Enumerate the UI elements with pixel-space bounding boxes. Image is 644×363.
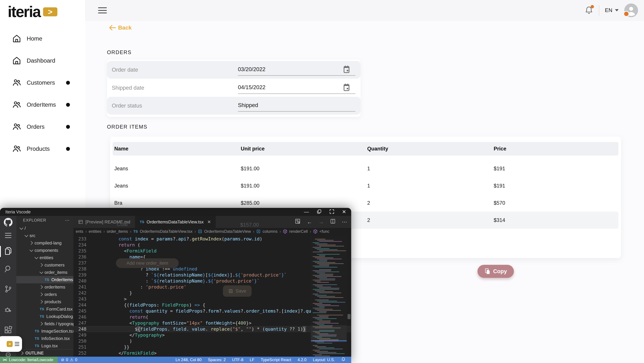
tree-item-compiled-lang[interactable]: compiled-lang: [16, 239, 74, 247]
source-control-icon[interactable]: [4, 285, 12, 294]
sidebar-item-orders[interactable]: Orders: [0, 116, 85, 138]
close-icon[interactable]: ✕: [342, 209, 346, 214]
github-icon[interactable]: [4, 218, 12, 227]
tree-item-infosection-tsx[interactable]: TSInfoSection.tsx: [16, 335, 74, 342]
calendar-icon[interactable]: [343, 65, 350, 74]
hamburger-menu-button[interactable]: [98, 7, 107, 13]
table-cell: Bra: [112, 200, 239, 206]
status-item[interactable]: UTF-8: [232, 357, 244, 362]
status-item[interactable]: Layout: U.S.: [313, 357, 335, 362]
code-line-248: 248${fieldProps. field. value. replace("…: [74, 326, 351, 332]
status-bell-icon[interactable]: [341, 357, 346, 363]
restore-button[interactable]: [317, 209, 322, 215]
tree-item-formcard-tsx[interactable]: TSFormCard.tsx: [16, 305, 74, 313]
calendar-icon[interactable]: [343, 83, 350, 92]
lowcode-extension-button[interactable]: >: [0, 336, 22, 352]
status-item[interactable]: Spaces: 2: [208, 357, 226, 362]
code-line-240: 240: `${relationshipName}.${'product.pri…: [74, 278, 351, 284]
sidebar-item-label: Dashboard: [27, 57, 55, 64]
tree-item-customers[interactable]: customers: [16, 261, 74, 269]
search-icon[interactable]: [4, 265, 12, 274]
status-bar: >< Lowcode: Iteria/Lowcode ⊘ 0 ⚠ 0 Ln 24…: [0, 357, 351, 363]
breadcrumb-item[interactable]: OrderItemsDataTableView: [204, 229, 251, 234]
table-row[interactable]: Jeans$191.001$191: [112, 160, 618, 177]
breadcrumb-item[interactable]: ents: [76, 229, 83, 234]
go-forward-icon[interactable]: →: [318, 219, 324, 225]
avatar[interactable]: [624, 4, 638, 17]
warnings-count: 0: [75, 357, 77, 362]
sidebar-item-products[interactable]: Products: [0, 138, 85, 160]
tree-item-label: orders: [44, 292, 57, 297]
tree-item-fields-typography[interactable]: fields / typography: [16, 320, 74, 327]
vscode-window-title: Iteria Vscode: [5, 209, 31, 215]
problems-indicator[interactable]: ⊘ 0 ⚠ 0: [61, 357, 77, 362]
remote-indicator[interactable]: >< Lowcode: Iteria/Lowcode: [0, 357, 58, 363]
extensions-icon[interactable]: [4, 326, 12, 335]
sidebar-item-dashboard[interactable]: Dashboard: [0, 50, 85, 72]
errors-icon: ⊘: [61, 357, 64, 362]
open-preview-icon[interactable]: [295, 218, 300, 225]
vscode-titlebar[interactable]: Iteria Vscode — ✕: [0, 208, 351, 216]
status-item[interactable]: 4.2.0: [298, 357, 306, 362]
line-number: 241: [74, 284, 92, 290]
back-button[interactable]: Back: [109, 24, 132, 31]
split-editor-icon[interactable]: [330, 219, 336, 225]
line-number: 237: [74, 260, 92, 266]
tree-item-imagesection-tsx[interactable]: TSImageSection.tsx: [16, 327, 74, 335]
explorer-icon[interactable]: [4, 246, 12, 256]
breadcrumb-item[interactable]: OrderItemsDataTableView.tsx: [140, 229, 192, 234]
field-input[interactable]: 03/20/2022: [238, 63, 355, 76]
minimize-button[interactable]: —: [304, 209, 309, 214]
code-lines: 233const index = params?.api?.getRowInde…: [74, 236, 351, 356]
tree-item-logo-tsx[interactable]: TSLogo.tsx: [16, 342, 74, 349]
chevron-down-icon: [34, 255, 38, 259]
table-cell: $191: [492, 166, 618, 172]
code-editor[interactable]: 233const index = params?.api?.getRowInde…: [74, 235, 351, 357]
more-actions-icon[interactable]: ⋯: [342, 219, 347, 225]
tree-item-components[interactable]: components: [16, 247, 74, 254]
breadcrumb-item[interactable]: entities: [89, 229, 102, 234]
tree-item-src[interactable]: src: [16, 232, 74, 239]
column-header: Price: [492, 146, 618, 152]
tree-item-order-items[interactable]: order_items: [16, 269, 74, 276]
copy-button[interactable]: Copy: [478, 265, 514, 278]
editor-tab[interactable]: TSOrderItemsDataTableView.tsx✕: [135, 216, 216, 228]
close-tab-icon[interactable]: ✕: [208, 219, 211, 225]
outline-section[interactable]: OUTLINE: [16, 349, 74, 357]
tree-item-orderitemsdat-[interactable]: TSOrderItemsDat...: [16, 276, 74, 283]
breadcrumb-separator: ›: [130, 229, 131, 234]
status-item[interactable]: LF: [250, 357, 254, 362]
field-input[interactable]: 04/15/2022: [238, 81, 355, 94]
tree-item-lookupdialog-tsx[interactable]: TSLookupDialog.tsx: [16, 313, 74, 320]
maximize-button[interactable]: [329, 209, 334, 215]
tree-item-orderitems[interactable]: orderItems: [16, 283, 74, 291]
menu-icon[interactable]: [4, 233, 12, 239]
minimap[interactable]: [311, 236, 347, 357]
breadcrumb-item[interactable]: order_items: [107, 229, 128, 234]
field-input[interactable]: Shipped: [238, 99, 355, 112]
status-item[interactable]: Ln 248, Col 80: [176, 357, 202, 362]
tree-item--[interactable]: /: [16, 225, 74, 232]
copy-button-label: Copy: [493, 268, 507, 274]
go-back-icon[interactable]: ←: [307, 219, 312, 225]
run-debug-icon[interactable]: [4, 305, 12, 315]
notifications-button[interactable]: [584, 6, 593, 15]
code-line-246: 246return(: [74, 314, 351, 320]
tree-item-entities[interactable]: entities: [16, 254, 74, 261]
breadcrumb-item[interactable]: <func: [320, 229, 329, 234]
language-selector[interactable]: EN: [605, 7, 619, 13]
app-logo[interactable]: iteria >: [8, 3, 58, 21]
entity-dot: [66, 147, 70, 151]
tree-item-products[interactable]: products: [16, 298, 74, 305]
sidebar-item-home[interactable]: Home: [0, 28, 85, 50]
breadcrumb-item[interactable]: renderCell: [289, 229, 308, 234]
breadcrumbs[interactable]: ents›entities›order_items›TSOrderItemsDa…: [74, 228, 351, 235]
table-row[interactable]: Jeans$191.001$191: [112, 177, 618, 194]
sidebar-item-customers[interactable]: Customers: [0, 72, 85, 94]
tree-item-orders[interactable]: orders: [16, 291, 74, 298]
more-actions-icon[interactable]: ⋯: [65, 218, 70, 223]
scrollbar-handle[interactable]: [348, 314, 350, 319]
status-item[interactable]: TypeScript React: [261, 357, 291, 362]
breadcrumb-item[interactable]: columns: [262, 229, 278, 234]
sidebar-item-orderitems[interactable]: OrderItems: [0, 94, 85, 116]
